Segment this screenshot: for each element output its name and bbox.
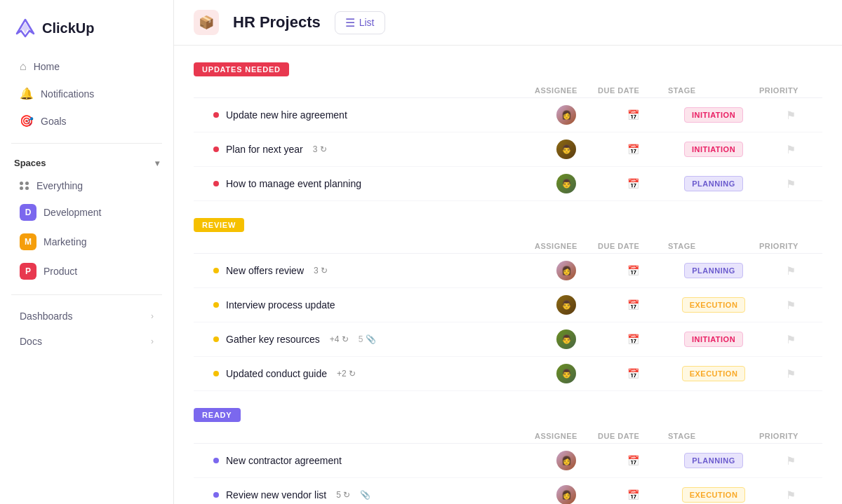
assignee-cell: 👨 — [535, 139, 598, 159]
priority-cell: ⚑ — [759, 264, 822, 278]
avatar: 👩 — [556, 485, 576, 504]
task-subtask-count: 3 ↻ — [313, 144, 327, 154]
sidebar-item-product-label: Product — [44, 266, 77, 277]
avatar: 👨 — [556, 364, 576, 383]
sidebar-item-goals[interactable]: 🎯 Goals — [6, 108, 168, 134]
flag-icon: ⚑ — [786, 454, 796, 468]
sidebar-item-product[interactable]: P Product — [6, 257, 168, 285]
due-date-cell[interactable]: 📅 — [598, 453, 668, 468]
table-row[interactable]: How to manage event planning👨📅PLANNING⚑ — [194, 167, 822, 201]
table-row[interactable]: Update new hire agreement👩📅INITIATION⚑ — [194, 98, 822, 132]
task-name-cell: Interview process update — [213, 299, 535, 311]
everything-grid-icon — [20, 182, 29, 190]
assignee-cell: 👨 — [535, 364, 598, 383]
calendar-icon: 📅 — [625, 332, 641, 347]
avatar: 👨 — [556, 295, 576, 315]
task-name-text: New offers review — [226, 265, 304, 276]
col-task — [213, 86, 535, 95]
task-name-cell: Updated conduct guide+2 ↻ — [213, 368, 535, 379]
due-date-cell[interactable]: 📅 — [598, 487, 668, 503]
table-row[interactable]: Updated conduct guide+2 ↻👨📅EXECUTION⚑ — [194, 357, 822, 391]
due-date-cell[interactable]: 📅 — [598, 107, 668, 123]
task-dot-icon — [213, 181, 219, 186]
spaces-section-header[interactable]: Spaces ▾ — [0, 152, 173, 174]
table-row[interactable]: New offers review3 ↻👩📅PLANNING⚑ — [194, 254, 822, 288]
sidebar-item-notifications[interactable]: 🔔 Notifications — [6, 81, 168, 107]
stage-badge: PLANNING — [684, 176, 742, 191]
priority-cell: ⚑ — [759, 454, 822, 468]
stage-cell: EXECUTION — [668, 366, 759, 381]
table-row[interactable]: Interview process update👨📅EXECUTION⚑ — [194, 288, 822, 322]
logo-area: ClickUp — [0, 11, 173, 53]
task-name-text: Gather key resources — [226, 334, 320, 345]
sidebar-item-everything[interactable]: Everything — [6, 175, 168, 197]
view-toggle-label: List — [359, 17, 375, 28]
development-badge-icon: D — [20, 204, 36, 221]
due-date-cell[interactable]: 📅 — [598, 297, 668, 313]
sidebar: ClickUp ⌂ Home 🔔 Notifications 🎯 Goals S… — [0, 0, 174, 504]
due-date-cell[interactable]: 📅 — [598, 332, 668, 347]
task-subtask-count: +4 ↻ — [330, 334, 349, 344]
task-dot-icon — [213, 268, 219, 273]
col-stage: Stage — [668, 242, 759, 250]
logo-text: ClickUp — [42, 20, 94, 36]
stage-cell: EXECUTION — [668, 487, 759, 503]
sidebar-item-marketing[interactable]: M Marketing — [6, 228, 168, 256]
priority-cell: ⚑ — [759, 367, 822, 381]
chevron-right-icon-2: › — [151, 336, 154, 346]
sidebar-item-development[interactable]: D Development — [6, 198, 168, 226]
priority-cell: ⚑ — [759, 333, 822, 346]
task-name-text: Review new vendor list — [226, 489, 326, 500]
product-badge-icon: P — [20, 263, 36, 280]
due-date-cell[interactable]: 📅 — [598, 176, 668, 191]
section-badge-ready: READY — [194, 408, 241, 422]
calendar-icon: 📅 — [625, 453, 641, 468]
calendar-icon: 📅 — [625, 142, 641, 157]
col-stage: Stage — [668, 86, 759, 95]
col-priority: Priority — [759, 432, 822, 440]
stage-badge: EXECUTION — [682, 366, 746, 381]
task-area: UPDATES NEEDED Assignee Due Date Stage P… — [174, 46, 842, 504]
stage-cell: EXECUTION — [668, 297, 759, 313]
col-assignee: Assignee — [535, 432, 598, 440]
task-subtask-count: 5 ↻ — [336, 490, 350, 500]
task-name-cell: Update new hire agreement — [213, 109, 535, 121]
table-row[interactable]: Review new vendor list5 ↻ 📎👩📅EXECUTION⚑ — [194, 478, 822, 504]
chevron-down-icon: ▾ — [155, 158, 159, 168]
table-row[interactable]: Gather key resources+4 ↻5 📎👨📅INITIATION⚑ — [194, 322, 822, 357]
section-badge-updates-needed: UPDATES NEEDED — [194, 62, 289, 76]
assignee-cell: 👩 — [535, 261, 598, 280]
calendar-icon: 📅 — [625, 487, 641, 503]
sidebar-item-marketing-label: Marketing — [44, 236, 86, 247]
stage-cell: INITIATION — [668, 142, 759, 157]
flag-icon: ⚑ — [786, 367, 796, 381]
main-content: 📦 HR Projects ☰ List UPDATES NEEDED Assi… — [174, 0, 842, 504]
task-name-text: Plan for next year — [226, 144, 303, 155]
stage-badge: INITIATION — [684, 142, 743, 157]
table-row[interactable]: New contractor agreement👩📅PLANNING⚑ — [194, 444, 822, 478]
priority-cell: ⚑ — [759, 109, 822, 122]
avatar: 👨 — [556, 139, 576, 159]
due-date-cell[interactable]: 📅 — [598, 263, 668, 278]
assignee-cell: 👨 — [535, 295, 598, 315]
sidebar-item-home-label: Home — [34, 61, 60, 72]
stage-cell: INITIATION — [668, 332, 759, 347]
view-toggle-list[interactable]: ☰ List — [335, 11, 385, 34]
due-date-cell[interactable]: 📅 — [598, 366, 668, 381]
table-row[interactable]: Plan for next year3 ↻👨📅INITIATION⚑ — [194, 132, 822, 167]
stage-cell: PLANNING — [668, 453, 759, 468]
home-icon: ⌂ — [20, 60, 27, 73]
sidebar-item-goals-label: Goals — [41, 116, 67, 127]
section-updates-needed: UPDATES NEEDED Assignee Due Date Stage P… — [194, 62, 822, 201]
task-dot-icon — [213, 147, 219, 152]
col-due-date: Due Date — [598, 242, 668, 250]
sidebar-item-docs[interactable]: Docs › — [6, 329, 168, 353]
task-dot-icon — [213, 492, 219, 498]
sidebar-item-dashboards[interactable]: Dashboards › — [6, 304, 168, 328]
col-task — [213, 432, 535, 440]
page-header: 📦 HR Projects ☰ List — [174, 0, 842, 46]
chevron-right-icon: › — [151, 311, 154, 321]
sidebar-item-home[interactable]: ⌂ Home — [6, 54, 168, 79]
due-date-cell[interactable]: 📅 — [598, 142, 668, 157]
priority-cell: ⚑ — [759, 143, 822, 156]
